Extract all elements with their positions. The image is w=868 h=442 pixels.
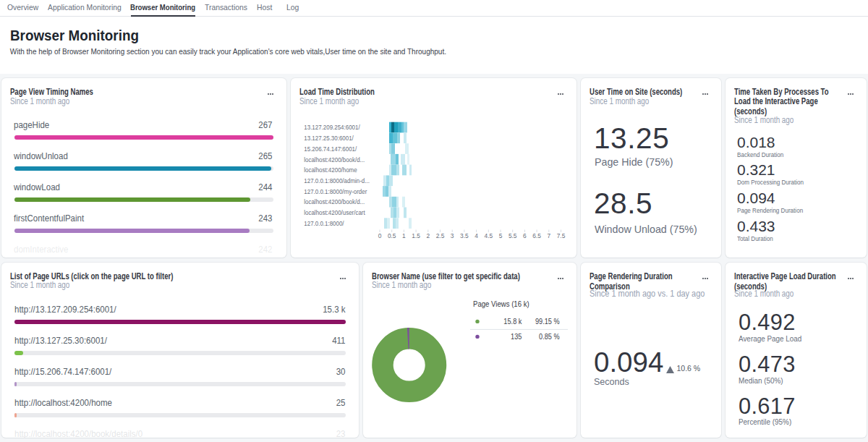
svg-text:4: 4 bbox=[475, 232, 478, 240]
svg-text:99.15 %: 99.15 % bbox=[535, 318, 560, 326]
svg-text:5.5: 5.5 bbox=[509, 232, 517, 240]
svg-text:6.5: 6.5 bbox=[532, 232, 541, 240]
svg-text:localhost:4200/home: localhost:4200/home bbox=[304, 166, 357, 174]
svg-text:7.5: 7.5 bbox=[557, 232, 566, 240]
svg-text:3: 3 bbox=[451, 232, 454, 240]
svg-text:1: 1 bbox=[402, 232, 406, 240]
svg-text:0.85 %: 0.85 % bbox=[539, 333, 560, 341]
svg-text:7: 7 bbox=[547, 232, 550, 240]
svg-text:0.5: 0.5 bbox=[388, 232, 396, 240]
svg-text:127.0.0.1:8000/: 127.0.0.1:8000/ bbox=[304, 219, 344, 227]
svg-text:4.5: 4.5 bbox=[484, 232, 493, 240]
svg-text:Page Views (16 k): Page Views (16 k) bbox=[473, 300, 529, 308]
svg-text:2.5: 2.5 bbox=[436, 232, 445, 240]
svg-text:135: 135 bbox=[511, 333, 522, 341]
svg-text:15.8 k: 15.8 k bbox=[503, 318, 522, 326]
svg-text:13.127.25.30:6001/: 13.127.25.30:6001/ bbox=[304, 134, 354, 142]
svg-text:15.206.74.147:6001/: 15.206.74.147:6001/ bbox=[304, 145, 357, 153]
svg-text:0: 0 bbox=[378, 232, 382, 240]
svg-text:3.5: 3.5 bbox=[460, 232, 469, 240]
svg-text:6: 6 bbox=[523, 232, 527, 240]
svg-text:127.0.0.1:8000/admin-d...: 127.0.0.1:8000/admin-d... bbox=[304, 177, 370, 184]
svg-text:5: 5 bbox=[499, 232, 503, 240]
svg-text:127.0.0.1:8000/my-order: 127.0.0.1:8000/my-order bbox=[304, 187, 367, 195]
svg-text:localhost:4200/user/cart: localhost:4200/user/cart bbox=[304, 208, 365, 216]
svg-text:localhost:4200/book/d...: localhost:4200/book/d... bbox=[304, 197, 365, 205]
svg-text:1.5: 1.5 bbox=[412, 232, 420, 240]
svg-text:2: 2 bbox=[426, 232, 430, 240]
svg-text:localhost:4200/book/d...: localhost:4200/book/d... bbox=[304, 155, 365, 163]
svg-text:13.127.209.254:6001/: 13.127.209.254:6001/ bbox=[304, 123, 360, 131]
